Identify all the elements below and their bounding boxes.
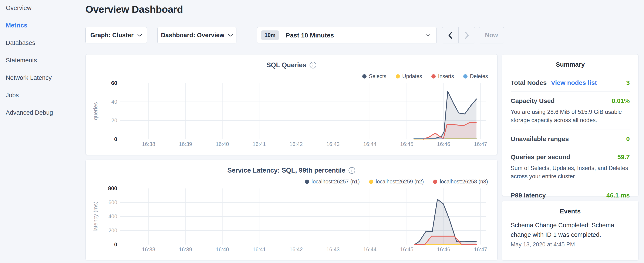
svg-text:16:46: 16:46 [437, 141, 450, 147]
events-panel: Events Schema Change Completed: Schema c… [502, 201, 638, 260]
now-button[interactable]: Now [479, 27, 504, 43]
svg-text:16:42: 16:42 [290, 246, 303, 252]
svg-text:16:40: 16:40 [216, 246, 229, 252]
summary-value: 0 [626, 135, 630, 143]
chevron-down-icon [137, 34, 142, 37]
svg-text:16:38: 16:38 [142, 141, 155, 147]
summary-row-queries-per-second: Queries per second 59.7 Sum of Selects, … [511, 148, 630, 186]
sidebar: Overview Metrics Databases Statements Ne… [0, 0, 85, 127]
summary-title: Summary [511, 61, 630, 68]
svg-text:16:44: 16:44 [363, 246, 376, 252]
svg-text:20: 20 [112, 117, 117, 123]
svg-text:0: 0 [114, 136, 117, 142]
sidebar-item-databases[interactable]: Databases [6, 39, 85, 57]
sidebar-item-network-latency[interactable]: Network Latency [6, 74, 85, 92]
service-latency-chart-card: Service Latency: SQL, 99th percentile lo… [86, 160, 498, 260]
controls-divider [253, 27, 253, 43]
svg-text:0: 0 [114, 241, 117, 247]
summary-label: P99 latency [511, 192, 546, 199]
svg-text:queries: queries [92, 102, 98, 120]
page-title: Overview Dashboard [86, 4, 183, 15]
svg-text:16:47: 16:47 [474, 141, 487, 147]
time-range-badge: 10m [261, 31, 279, 40]
svg-text:16:41: 16:41 [252, 141, 266, 147]
dashboard-dropdown-label: Dashboard: Overview [161, 32, 224, 39]
svg-text:16:42: 16:42 [290, 141, 303, 147]
summary-label: Capacity Used [511, 97, 555, 105]
svg-text:16:41: 16:41 [252, 246, 266, 252]
time-back-button[interactable] [442, 27, 458, 43]
summary-value: 3 [626, 79, 630, 86]
svg-text:16:43: 16:43 [326, 141, 340, 147]
svg-text:16:45: 16:45 [400, 141, 413, 147]
summary-row-total-nodes: Total Nodes View nodes list 3 [511, 74, 630, 92]
event-list-item[interactable]: Schema Change Completed: Schema change w… [511, 220, 630, 248]
sidebar-item-overview[interactable]: Overview [6, 5, 85, 22]
svg-text:16:47: 16:47 [474, 246, 487, 252]
svg-text:400: 400 [108, 213, 117, 219]
chevron-left-icon [448, 32, 453, 39]
summary-label: Queries per second [511, 153, 570, 161]
time-range-label: Past 10 Minutes [286, 32, 426, 39]
sql-queries-chart-card: SQL Queries SelectsUpdatesInsertsDeletes… [86, 54, 498, 155]
controls-bar: Graph: Cluster Dashboard: Overview 10m P… [86, 27, 504, 43]
chart-plot[interactable]: 16:3816:3916:4016:4116:4216:4316:4416:45… [86, 55, 497, 155]
chevron-down-icon [228, 34, 233, 37]
summary-label: Unavailable ranges [511, 135, 569, 143]
event-timestamp: May 13, 2020 at 4:45 PM [511, 241, 630, 248]
svg-text:16:38: 16:38 [142, 246, 155, 252]
svg-text:16:40: 16:40 [216, 141, 229, 147]
svg-text:800: 800 [108, 185, 117, 191]
svg-text:16:44: 16:44 [363, 141, 376, 147]
dashboard-dropdown[interactable]: Dashboard: Overview [157, 27, 236, 43]
svg-text:40: 40 [112, 99, 117, 105]
sidebar-item-jobs[interactable]: Jobs [6, 92, 85, 109]
svg-text:16:46: 16:46 [437, 246, 450, 252]
summary-value: 59.7 [618, 153, 630, 161]
chart-plot[interactable]: 16:3816:3916:4016:4116:4216:4316:4416:45… [86, 160, 497, 260]
svg-text:16:45: 16:45 [400, 246, 413, 252]
summary-row-capacity-used: Capacity Used 0.01% You are using 28.6 M… [511, 92, 630, 130]
time-forward-button[interactable] [458, 27, 475, 43]
summary-value: 0.01% [612, 97, 630, 105]
svg-text:16:39: 16:39 [179, 246, 192, 252]
svg-text:16:39: 16:39 [179, 141, 192, 147]
summary-description: You are using 28.6 MiB of 515.9 GiB usab… [511, 108, 630, 124]
summary-row-unavailable-ranges: Unavailable ranges 0 [511, 130, 630, 148]
svg-text:60: 60 [111, 80, 117, 86]
time-nav-group [442, 27, 475, 43]
summary-panel: Summary Total Nodes View nodes list 3 Ca… [502, 54, 638, 196]
svg-text:latency (ms): latency (ms) [92, 201, 98, 231]
sidebar-item-advanced-debug[interactable]: Advanced Debug [6, 109, 85, 127]
summary-label: Total Nodes [511, 79, 546, 86]
svg-text:16:43: 16:43 [326, 246, 340, 252]
view-nodes-list-link[interactable]: View nodes list [551, 79, 597, 86]
sidebar-item-statements[interactable]: Statements [6, 57, 85, 74]
summary-description: Sum of Selects, Updates, Inserts, and De… [511, 164, 630, 181]
sidebar-item-metrics[interactable]: Metrics [6, 22, 85, 39]
svg-text:200: 200 [108, 227, 117, 233]
event-text: Schema Change Completed: Schema change w… [511, 220, 630, 239]
events-title: Events [511, 208, 630, 215]
graph-dropdown-label: Graph: Cluster [90, 32, 134, 39]
svg-text:600: 600 [108, 199, 117, 205]
graph-dropdown[interactable]: Graph: Cluster [86, 27, 147, 43]
summary-value: 46.1 ms [606, 192, 630, 199]
chevron-down-icon [426, 34, 430, 37]
chevron-right-icon [464, 32, 469, 39]
time-range-dropdown[interactable]: 10m Past 10 Minutes [257, 27, 437, 43]
